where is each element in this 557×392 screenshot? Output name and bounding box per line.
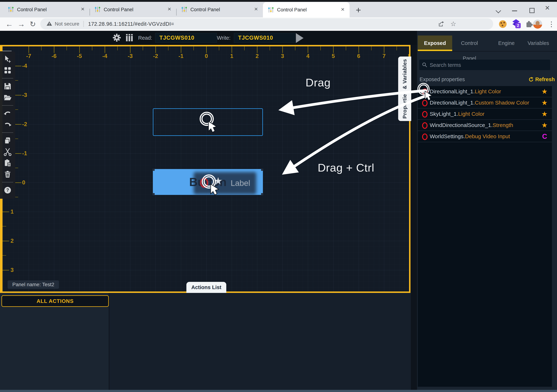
window-bottom-edge bbox=[0, 390, 557, 392]
search-input[interactable] bbox=[429, 60, 548, 71]
profile-avatar[interactable] bbox=[533, 20, 542, 29]
share-icon[interactable] bbox=[438, 21, 444, 27]
favorite-star-icon[interactable]: ★ bbox=[541, 120, 548, 131]
search-box[interactable] bbox=[419, 60, 550, 70]
browser-menu-icon[interactable]: ⋮ bbox=[548, 17, 555, 31]
tab-close-icon[interactable]: × bbox=[341, 6, 344, 13]
ruler-label-v: 1 bbox=[10, 208, 14, 215]
palette-divider bbox=[0, 76, 15, 81]
tab-close-icon[interactable]: × bbox=[81, 5, 84, 13]
property-name: WorldSettings.Debug Video Input bbox=[430, 131, 510, 142]
reload-button[interactable]: ↻ bbox=[30, 17, 36, 31]
ruler-minor-tick-v bbox=[15, 197, 18, 197]
resize-handle[interactable] bbox=[261, 169, 263, 171]
exposed-property-row[interactable]: DirectionalLight_1.Light Color★ bbox=[418, 86, 552, 97]
favorite-star-icon[interactable]: ★ bbox=[541, 86, 548, 97]
trash-button[interactable] bbox=[0, 169, 15, 180]
ruler-tick-h bbox=[333, 46, 334, 53]
ruler-minor-tick-h bbox=[295, 46, 295, 50]
settings-gear-icon[interactable] bbox=[112, 33, 121, 42]
record-circle-icon bbox=[422, 111, 427, 118]
ruler-label-h: 5 bbox=[326, 53, 341, 59]
not-secure-label[interactable]: Not secure bbox=[55, 18, 79, 30]
open-button[interactable] bbox=[0, 92, 15, 103]
window-chevron-button[interactable] bbox=[496, 9, 500, 13]
ruler-label-h: -6 bbox=[47, 53, 61, 59]
undo-button[interactable] bbox=[0, 108, 15, 119]
forward-button[interactable]: → bbox=[17, 17, 25, 31]
cookie-extension-icon[interactable] bbox=[499, 20, 507, 28]
controller-badge[interactable]: C bbox=[542, 131, 547, 142]
paste-button[interactable] bbox=[0, 157, 15, 169]
exposed-property-row[interactable]: WindDirectionalSource_1.Strength★ bbox=[418, 120, 552, 131]
bookmark-star-icon[interactable]: ☆ bbox=[451, 18, 456, 30]
minimize-button[interactable] bbox=[512, 10, 517, 11]
tab-close-icon[interactable]: × bbox=[254, 5, 258, 13]
ruler-tick-h bbox=[409, 46, 410, 53]
ruler-label-h: -7 bbox=[21, 53, 36, 59]
save-button[interactable] bbox=[0, 81, 15, 92]
browser-tab-4[interactable]: Control Panel× bbox=[263, 2, 350, 17]
purple-extension-icon[interactable]: 2 bbox=[512, 19, 522, 29]
open-icon bbox=[3, 93, 12, 102]
copy-button[interactable] bbox=[0, 135, 15, 146]
sidebar-tab-engine[interactable]: Engine bbox=[494, 35, 519, 51]
redo-button[interactable] bbox=[0, 119, 15, 130]
cut-button[interactable] bbox=[0, 146, 15, 157]
browser-tab-2[interactable]: Control Panel× bbox=[90, 2, 176, 17]
right-sidebar: ExposedControl PanelEngineVariables Expo… bbox=[417, 31, 557, 392]
tab-close-icon[interactable]: × bbox=[168, 5, 171, 13]
control-panel-favicon bbox=[268, 7, 274, 13]
active-tab-underline bbox=[418, 50, 452, 51]
exposed-property-row[interactable]: SkyLight_1.Light Color★ bbox=[418, 109, 552, 120]
back-button[interactable]: ← bbox=[5, 17, 13, 31]
read-input[interactable]: TJCGWS010 bbox=[155, 33, 217, 43]
property-name: DirectionalLight_1.Light Color bbox=[430, 86, 501, 97]
ruler-tick-v bbox=[15, 153, 21, 154]
drag-ctrl-annotation: Drag + Ctrl bbox=[318, 161, 374, 174]
resize-handle[interactable] bbox=[261, 193, 263, 195]
refresh-button[interactable]: Refresh bbox=[528, 76, 555, 82]
new-tab-button[interactable]: + bbox=[356, 5, 361, 15]
sidebar-tab-control-panel[interactable]: Control Panel bbox=[454, 35, 485, 51]
play-button[interactable] bbox=[296, 33, 303, 43]
layout-columns-icon[interactable] bbox=[125, 33, 134, 42]
components-button[interactable] bbox=[0, 65, 15, 76]
address-bar[interactable]: Not secure 172.28.96.1:16211/#edit-VGVzd… bbox=[40, 18, 493, 30]
all-actions-button[interactable]: ALL ACTIONS bbox=[1, 295, 109, 307]
undo-icon bbox=[3, 109, 12, 118]
read-label: Read: bbox=[138, 31, 152, 45]
browser-tab-3[interactable]: Control Panel× bbox=[176, 2, 263, 17]
ruler-minor-tick-v bbox=[15, 80, 18, 81]
close-window-button[interactable]: × bbox=[545, 3, 550, 12]
components-icon bbox=[3, 66, 12, 74]
record-circle-icon bbox=[422, 122, 427, 129]
properties-variables-tab[interactable]: Properties & Variables bbox=[398, 56, 411, 121]
sidebar-tab-exposed[interactable]: Exposed bbox=[418, 35, 452, 51]
extensions-puzzle-icon[interactable] bbox=[525, 20, 533, 28]
exposed-property-row[interactable]: WorldSettings.Debug Video InputC bbox=[418, 131, 552, 142]
write-input[interactable]: TJCGWS010 bbox=[234, 33, 295, 43]
click-cursor-icon bbox=[196, 110, 221, 136]
resize-handle[interactable] bbox=[153, 169, 155, 171]
move-select-button[interactable] bbox=[0, 53, 15, 65]
ruler-label-v: -2 bbox=[22, 121, 27, 128]
click-cursor-icon bbox=[415, 81, 436, 104]
ruler-tick-h bbox=[156, 46, 156, 53]
ruler-label-h: 0 bbox=[199, 53, 213, 59]
browser-tab-1[interactable]: Control Panel× bbox=[3, 2, 90, 17]
exposed-property-row[interactable]: DirectionalLight_1.Custom Shadow Color★ bbox=[418, 97, 552, 109]
tab-separator bbox=[176, 9, 177, 16]
favorite-star-icon[interactable]: ★ bbox=[541, 109, 548, 119]
url-text[interactable]: 172.28.96.1:16211/#edit-VGVzdDI= bbox=[88, 18, 174, 30]
sidebar-tab-variables[interactable]: Variables bbox=[525, 35, 552, 51]
help-button[interactable]: ? bbox=[0, 184, 15, 196]
favorite-star-icon[interactable]: ★ bbox=[541, 97, 548, 108]
ruler-minor-tick-h bbox=[270, 46, 270, 50]
actions-list-tab[interactable]: Actions List bbox=[186, 282, 226, 293]
maximize-button[interactable] bbox=[529, 8, 534, 13]
ruler-tick-h bbox=[282, 46, 283, 53]
resize-handle[interactable] bbox=[153, 193, 155, 195]
application-window: Control Panel×Control Panel×Control Pane… bbox=[0, 0, 557, 392]
ruler-tick-v bbox=[2, 270, 9, 271]
